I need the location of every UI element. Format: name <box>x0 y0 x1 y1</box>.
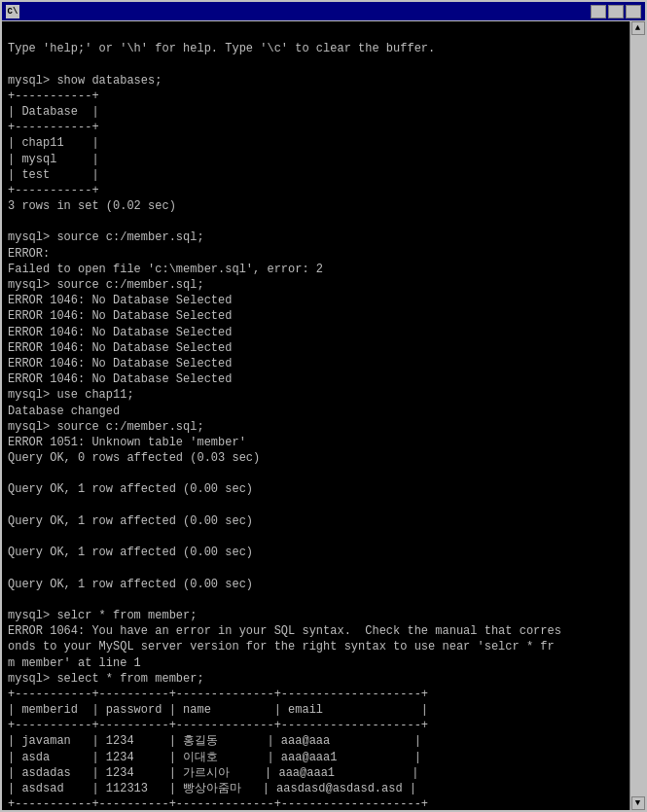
scroll-up[interactable]: ▲ <box>631 21 645 35</box>
close-button[interactable] <box>626 5 641 18</box>
scrollbar[interactable]: ▲ ▼ <box>629 21 645 810</box>
scroll-down[interactable]: ▼ <box>631 796 645 810</box>
title-buttons <box>591 5 641 18</box>
terminal-wrapper: Type 'help;' or '\h' for help. Type '\c'… <box>2 21 645 810</box>
title-bar-left: C\ <box>6 5 23 18</box>
window: C\ Type 'help;' or '\h' for help. Type '… <box>0 0 647 812</box>
maximize-button[interactable] <box>608 5 624 18</box>
terminal[interactable]: Type 'help;' or '\h' for help. Type '\c'… <box>2 21 629 810</box>
title-bar: C\ <box>2 2 645 21</box>
minimize-button[interactable] <box>591 5 606 18</box>
window-icon: C\ <box>6 5 19 18</box>
